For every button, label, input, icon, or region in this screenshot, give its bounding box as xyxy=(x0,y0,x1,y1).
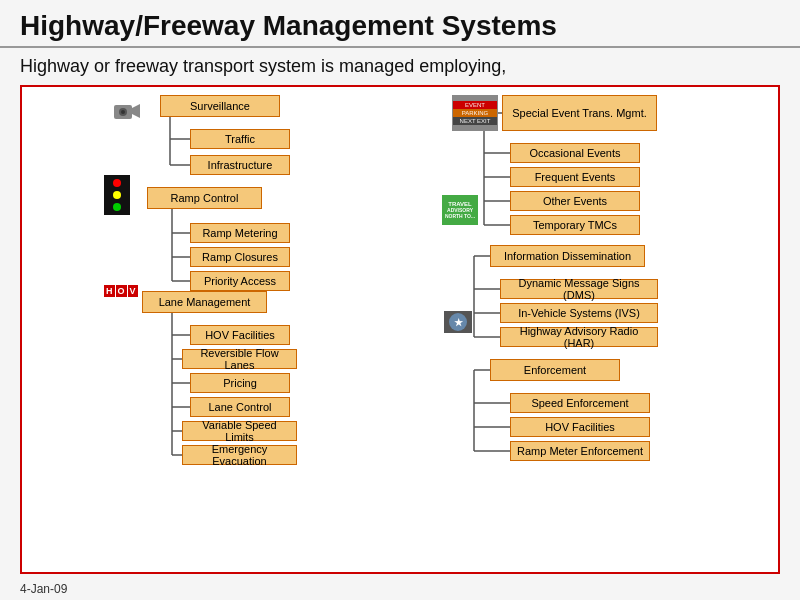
svg-text:★: ★ xyxy=(454,317,464,328)
diagram-box-emergency_evac: Emergency Evacuation xyxy=(182,445,297,465)
diagram-box-variable_speed: Variable Speed Limits xyxy=(182,421,297,441)
diagram-box-speed_enforce: Speed Enforcement xyxy=(510,393,650,413)
date-label: 4-Jan-09 xyxy=(20,582,67,596)
diagram-box-pricing: Pricing xyxy=(190,373,290,393)
diagram-box-ramp_metering: Ramp Metering xyxy=(190,223,290,243)
page-title: Highway/Freeway Management Systems xyxy=(20,10,780,42)
diagram-box-traffic: Traffic xyxy=(190,129,290,149)
diagram-box-other_events: Other Events xyxy=(510,191,640,211)
svg-point-36 xyxy=(121,110,125,114)
diagram-box-ramp_closures: Ramp Closures xyxy=(190,247,290,267)
diagram-box-info_dissem: Information Dissemination xyxy=(490,245,645,267)
diagram-box-frequent: Frequent Events xyxy=(510,167,640,187)
diagram-box-special_event: Special Event Trans. Mgmt. xyxy=(502,95,657,131)
diagram-box-surveillance: Surveillance xyxy=(160,95,280,117)
footer: 4-Jan-09 xyxy=(0,578,800,600)
event-sign-icon: EVENT PARKING NEXT EXIT xyxy=(452,95,498,131)
diagram-box-lane_management: Lane Management xyxy=(142,291,267,313)
diagram-box-lane_control: Lane Control xyxy=(190,397,290,417)
camera-icon xyxy=(112,99,142,123)
diagram-box-har: Highway Advisory Radio (HAR) xyxy=(500,327,658,347)
diagram-box-hov_facilities: HOV Facilities xyxy=(190,325,290,345)
hov-icon: H O V xyxy=(104,285,138,297)
diagram-box-occasional: Occasional Events xyxy=(510,143,640,163)
connector-lines xyxy=(22,87,778,572)
enforcement-icon: ★ xyxy=(444,311,472,333)
diagram-box-ivs: In-Vehicle Systems (IVS) xyxy=(500,303,658,323)
diagram-box-reversible_flow: Reversible Flow Lanes xyxy=(182,349,297,369)
diagram: H O V EVENT PARKING NEXT EXIT TRAVEL ADV… xyxy=(22,87,778,572)
diagram-box-enforcement: Enforcement xyxy=(490,359,620,381)
diagram-box-hov_enforce: HOV Facilities xyxy=(510,417,650,437)
diagram-box-ramp_meter_enforce: Ramp Meter Enforcement xyxy=(510,441,650,461)
header: Highway/Freeway Management Systems xyxy=(0,0,800,48)
diagram-box-dms: Dynamic Message Signs (DMS) xyxy=(500,279,658,299)
diagram-box-ramp_control: Ramp Control xyxy=(147,187,262,209)
travel-advisory-icon: TRAVEL ADVISORY NORTH TO... xyxy=(442,195,478,225)
diagram-box-temporary_tmc: Temporary TMCs xyxy=(510,215,640,235)
page: Highway/Freeway Management Systems Highw… xyxy=(0,0,800,600)
diagram-box-infrastructure: Infrastructure xyxy=(190,155,290,175)
diagram-box-priority_access: Priority Access xyxy=(190,271,290,291)
svg-marker-34 xyxy=(132,104,140,118)
diagram-container: H O V EVENT PARKING NEXT EXIT TRAVEL ADV… xyxy=(20,85,780,574)
signal-icon xyxy=(104,175,130,215)
subheader-text: Highway or freeway transport system is m… xyxy=(0,48,800,81)
